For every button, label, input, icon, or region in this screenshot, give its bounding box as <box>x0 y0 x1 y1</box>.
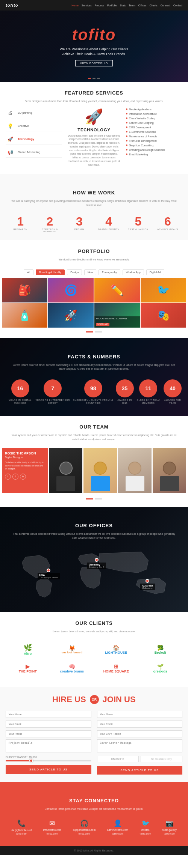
portfolio-item-4[interactable]: 🐦 <box>141 278 186 302</box>
stay-support: 🎧 support@tofito.com tofito.com <box>73 819 96 835</box>
nav-link-team[interactable]: Team <box>129 4 135 7</box>
fact-2: 7 Years as Entrepreneur Expert <box>35 379 71 405</box>
portfolio-item-5[interactable]: 🧴 <box>2 303 47 328</box>
hire-details-input[interactable] <box>6 739 91 752</box>
facts-numbers: 16 Years in digital business 7 Years as … <box>0 376 188 409</box>
bullet-icon <box>126 131 127 132</box>
australia-label: Australia Melbourne <box>140 584 155 590</box>
file-row: Choose File No Treasure / Only <box>97 756 183 762</box>
hire-section: HIRE US OR JOIN US BUDGET RANGE : $5,000… <box>0 687 188 782</box>
technology-icon: 🚀 <box>6 136 15 143</box>
nav-link-services[interactable]: Services <box>82 4 92 7</box>
filter-all[interactable]: All <box>24 269 33 275</box>
step-1: 1 RESEARCH <box>6 215 35 233</box>
service-technology[interactable]: 🚀 Technology <box>6 134 62 144</box>
bullet-icon <box>126 117 127 119</box>
team-member-active: ROSIE THOMPSON Digital Designer Collabor… <box>2 448 48 493</box>
step-4: 4 BRAND IDENTITY <box>94 215 123 233</box>
filter-digital[interactable]: Digital Art <box>146 269 164 275</box>
fact-3-label: Successful Clients from 12 countries <box>71 399 115 405</box>
filter-branding[interactable]: Branding & Identity <box>36 269 65 275</box>
portfolio-grid: 🎒 🌀 ✏️ 🐦 🧴 🚀 <box>0 278 188 328</box>
team-member-2 <box>49 448 83 493</box>
lighthouse-logo: 🏠 LIGHTHOUSE <box>105 645 127 654</box>
nav-link-portfolio[interactable]: Portfolio <box>107 4 117 7</box>
svc-info-arch: Information Architecture <box>126 113 182 115</box>
hire-phone-input[interactable] <box>6 730 91 737</box>
nav-link-clients[interactable]: Clients <box>149 4 157 7</box>
portfolio-item-1[interactable]: 🎒 <box>2 278 47 302</box>
portfolio-item-2[interactable]: 🌀 <box>48 278 94 302</box>
service-creative[interactable]: 💡 Creative <box>6 121 62 131</box>
step-2-label: STRATEGY & PLANNING <box>35 228 64 233</box>
offices-section: OUR OFFICES That achieved would describe… <box>0 507 188 612</box>
linkedin-icon[interactable]: in <box>20 474 26 480</box>
bullet-icon <box>126 149 127 150</box>
tdot-1 <box>86 498 93 499</box>
filter-design[interactable]: Design <box>67 269 82 275</box>
how-section: HOW WE WORK We aim at satisfying for any… <box>0 174 188 240</box>
fact-1-number: 16 <box>17 385 23 391</box>
office-pin-usa: USA 12 Example Street <box>38 569 60 579</box>
onefootforward-logo: 🦊 one foot forward <box>62 645 82 654</box>
hire-name-input[interactable] <box>6 711 91 718</box>
team-member-name: ROSIE THOMPSON <box>5 451 45 455</box>
join-city-input[interactable] <box>97 730 183 737</box>
creative-icon: 💡 <box>6 123 15 129</box>
filter-window[interactable]: Window App <box>123 269 144 275</box>
view-portfolio-button[interactable]: VIEW PORTFOLIO <box>75 60 113 66</box>
facebook-icon[interactable]: f <box>5 474 11 480</box>
filter-new[interactable]: New <box>84 269 96 275</box>
twitter-stay-icon: 🐦 <box>141 819 150 827</box>
map-svg <box>6 548 182 601</box>
twitter-icon[interactable]: t <box>12 474 18 480</box>
stay-phone-value: tofito.com <box>16 832 27 835</box>
team-member-4 <box>118 448 152 493</box>
portfolio-item-3[interactable]: ✏️ <box>94 278 140 302</box>
how-sub: We aim at satisfying for anyone and prov… <box>0 199 188 212</box>
step-6-number: 6 <box>153 215 182 227</box>
nav-link-process[interactable]: Process <box>95 4 104 7</box>
nav-link-connect[interactable]: Connect <box>161 4 170 7</box>
svc-label: E-Commerce Solutions <box>129 131 156 133</box>
filter-photo[interactable]: Photography <box>99 269 120 275</box>
nav-link-contact[interactable]: Contact <box>173 4 182 7</box>
usa-name: USA <box>39 574 45 576</box>
stay-gallery-value: tofito.com <box>164 832 175 835</box>
usa-pin-dot <box>47 569 50 572</box>
bullet-icon <box>126 126 127 128</box>
join-email-input[interactable] <box>97 721 183 728</box>
brokoli-logo: 🥦 Brokoli <box>155 645 166 654</box>
portfolio-item-6[interactable]: 🚀 <box>48 303 94 328</box>
tdot-2 <box>95 498 102 499</box>
choose-file-button[interactable]: Choose File <box>97 756 139 762</box>
step-1-label: RESEARCH <box>6 228 35 230</box>
client-lighthouse: 🏠 LIGHTHOUSE <box>96 642 136 657</box>
fact-6-circle: 40 <box>164 379 182 397</box>
team-section: OUR TEAM Your system and your customers … <box>0 416 188 507</box>
client-brokoli: 🥦 Brokoli <box>140 642 181 657</box>
service-marketing[interactable]: 📢 Online Marketing <box>6 147 62 158</box>
hire-email-input[interactable] <box>6 721 91 728</box>
svc-mobile-apps: Mobile Applications <box>126 108 182 111</box>
nav-link-offices[interactable]: Offices <box>138 4 147 7</box>
how-title: HOW WE WORK <box>0 182 188 199</box>
australia-sub: Melbourne <box>142 587 153 589</box>
bullet-icon <box>126 113 127 114</box>
join-submit-button[interactable]: SEND ARTICLE TO US <box>97 766 183 775</box>
fact-4-circle: 35 <box>116 379 134 397</box>
service-3dprinting[interactable]: 🖨 3D printing <box>6 108 62 118</box>
stay-admin-value: tofito.com <box>112 832 123 835</box>
hire-submit-button[interactable]: SEND ARTICLE TO US <box>6 765 91 774</box>
nav-link-stats[interactable]: Stats <box>120 4 126 7</box>
stay-support-value: tofito.com <box>79 832 90 835</box>
nav-logo[interactable]: tofito <box>6 3 18 8</box>
nav-link-home[interactable]: Home <box>71 4 79 7</box>
svc-label: Mobile Applications <box>129 108 152 111</box>
join-name-input[interactable] <box>97 711 183 718</box>
portfolio-item-8[interactable]: 🎭 <box>141 303 186 328</box>
portfolio-item-7[interactable]: YAGOO BREWING COMPANY DIGITAL ART <box>94 303 140 328</box>
stay-contacts: 📞 42 (0)634-92-183 tofito.com ✉ info@tof… <box>6 815 182 839</box>
join-letter-input[interactable] <box>97 739 183 752</box>
svc-ecommerce: E-Commerce Solutions <box>126 131 182 133</box>
